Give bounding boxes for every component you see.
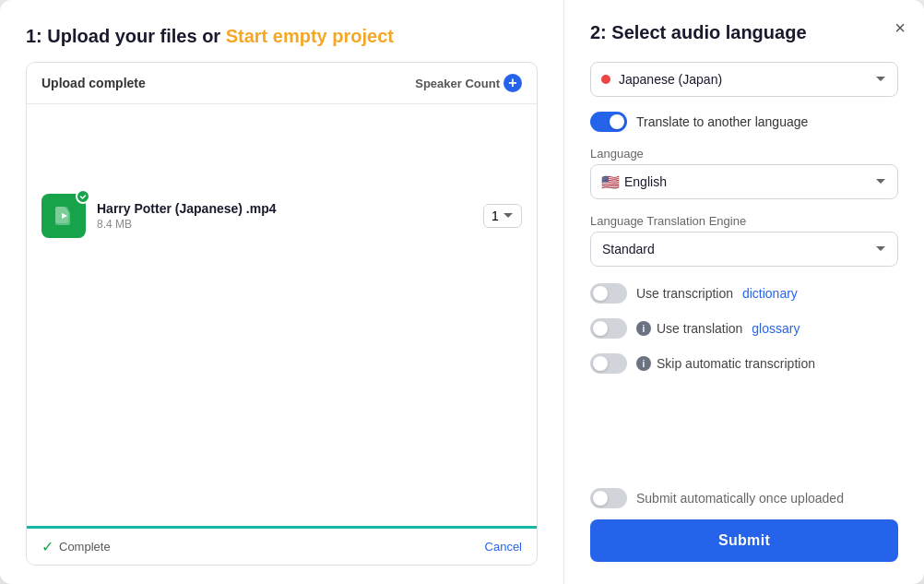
submit-toggle-row: Submit automatically once uploaded — [590, 488, 898, 508]
complete-label: ✓ Complete — [41, 538, 111, 555]
complete-checkmark-icon: ✓ — [41, 538, 53, 555]
right-panel: 2: Select audio language Japanese (Japan… — [564, 0, 924, 584]
language-dropdown-wrap: 🇺🇸 English Spanish French German — [590, 164, 898, 199]
language-section: Language 🇺🇸 English Spanish French Germa… — [590, 147, 898, 199]
transcription-dict-row: Use transcription dictionary — [590, 281, 898, 305]
translate-toggle[interactable] — [590, 112, 627, 132]
glossary-link[interactable]: glossary — [748, 321, 800, 336]
translation-engine-section: Language Translation Engine Standard Adv… — [590, 214, 898, 267]
upload-header: Upload complete Speaker Count + — [27, 63, 537, 104]
main-modal: × 1: Upload your files or Start empty pr… — [0, 0, 924, 584]
start-empty-project-link[interactable]: Start empty project — [226, 26, 394, 46]
audio-language-wrapper: Japanese (Japan) English (US) Spanish — [590, 62, 898, 97]
translation-glossary-slider — [590, 318, 627, 339]
audio-language-select[interactable]: Japanese (Japan) English (US) Spanish — [590, 62, 898, 97]
file-row: Harry Potter (Japanese) .mp4 8.4 MB 1 2 … — [27, 104, 537, 328]
upload-footer: ✓ Complete Cancel — [27, 526, 537, 565]
right-panel-title: 2: Select audio language — [590, 22, 898, 43]
left-panel-title: 1: Upload your files or Start empty proj… — [26, 26, 538, 47]
skip-transcription-row: i Skip automatic transcription — [590, 352, 898, 375]
glossary-info-icon[interactable]: i — [636, 321, 651, 336]
cancel-link[interactable]: Cancel — [485, 540, 522, 554]
submit-auto-label: Submit automatically once uploaded — [636, 491, 844, 506]
translate-slider — [590, 112, 627, 132]
submit-area: Submit automatically once uploaded Submi… — [590, 488, 898, 562]
empty-space — [27, 328, 537, 527]
language-select[interactable]: English Spanish French German — [590, 164, 898, 199]
submit-button[interactable]: Submit — [590, 519, 898, 562]
skip-transcription-label: i Skip automatic transcription — [636, 356, 815, 371]
skip-transcription-slider — [590, 353, 627, 374]
translation-glossary-toggle[interactable] — [590, 318, 627, 339]
speaker-count-section: Speaker Count + — [415, 74, 522, 92]
file-info: Harry Potter (Japanese) .mp4 8.4 MB — [97, 201, 472, 231]
skip-transcription-text: Skip automatic transcription — [657, 356, 815, 371]
transcription-dict-toggle[interactable] — [590, 283, 627, 304]
left-title-text: 1: Upload your files or — [26, 26, 226, 46]
transcription-dict-label: Use transcription dictionary — [636, 286, 798, 301]
close-button[interactable]: × — [894, 18, 906, 37]
speaker-count-select[interactable]: 1 2 3 — [483, 204, 522, 228]
speaker-count-label: Speaker Count — [415, 77, 500, 90]
dictionary-link[interactable]: dictionary — [739, 286, 798, 301]
translate-toggle-row: Translate to another language — [590, 112, 898, 132]
skip-transcription-info-icon[interactable]: i — [636, 356, 651, 371]
japanese-dot-icon — [601, 75, 610, 84]
translate-toggle-label: Translate to another language — [636, 114, 808, 129]
upload-box: Upload complete Speaker Count + — [26, 62, 538, 566]
translation-glossary-label: i Use translation glossary — [636, 321, 800, 336]
check-badge — [76, 189, 90, 204]
file-icon-wrap — [41, 194, 86, 238]
submit-auto-toggle[interactable] — [590, 488, 627, 508]
upload-status-label: Upload complete — [41, 76, 146, 90]
file-size: 8.4 MB — [97, 218, 472, 231]
complete-text: Complete — [59, 540, 111, 554]
submit-auto-slider — [590, 488, 627, 508]
file-name: Harry Potter (Japanese) .mp4 — [97, 201, 472, 216]
transcription-dict-slider — [590, 283, 627, 304]
language-section-label: Language — [590, 147, 898, 161]
checkmark-icon — [79, 193, 87, 200]
right-spacer — [590, 390, 898, 473]
left-panel: 1: Upload your files or Start empty proj… — [0, 0, 564, 584]
translation-glossary-row: i Use translation glossary — [590, 316, 898, 340]
skip-transcription-toggle[interactable] — [590, 353, 627, 374]
add-speaker-button[interactable]: + — [503, 74, 522, 92]
video-file-icon — [53, 205, 75, 227]
translation-engine-select[interactable]: Standard Advanced — [590, 232, 898, 267]
options-group: Use transcription dictionary i Use trans… — [590, 281, 898, 375]
speaker-select[interactable]: 1 2 3 — [483, 204, 522, 228]
translation-engine-label: Language Translation Engine — [590, 214, 898, 228]
